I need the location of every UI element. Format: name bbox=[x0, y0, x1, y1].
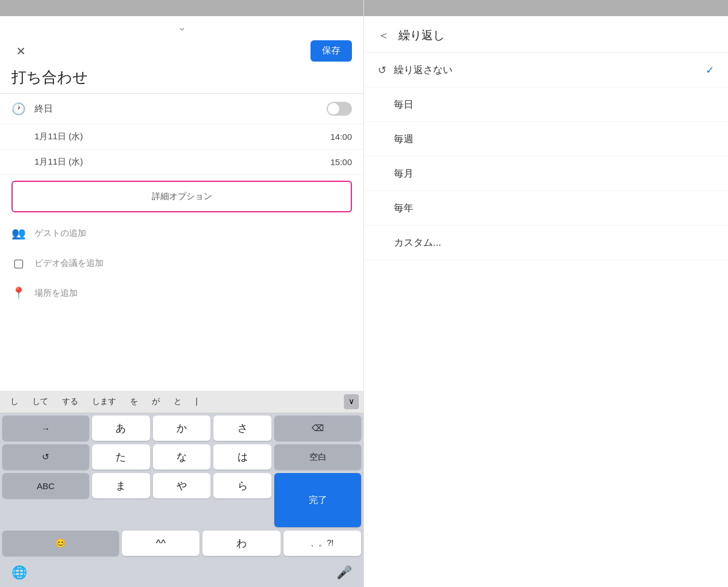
key-wa[interactable]: わ bbox=[202, 531, 280, 556]
guest-add-row[interactable]: 👥 ゲストの追加 bbox=[0, 218, 363, 248]
close-button[interactable]: ✕ bbox=[12, 42, 30, 60]
repeat-option-weekly[interactable]: 毎週 bbox=[364, 122, 728, 157]
all-day-row: 🕐 終日 bbox=[0, 94, 363, 124]
repeat-none-label: 繰り返さない bbox=[394, 63, 706, 77]
video-icon: ▢ bbox=[12, 256, 25, 270]
key-undo[interactable]: ↺ bbox=[2, 444, 89, 470]
autocomplete-pipe[interactable]: | bbox=[190, 394, 204, 409]
autocomplete-shite[interactable]: して bbox=[26, 394, 54, 409]
key-ka[interactable]: か bbox=[153, 416, 211, 441]
autocomplete-suru[interactable]: する bbox=[56, 394, 84, 409]
keyboard-bottom: 🌐 🎤 bbox=[0, 561, 363, 587]
key-emoji[interactable]: 😊 bbox=[2, 531, 119, 556]
form-rows: 🕐 終日 1月11日 (水) 14:00 1月11日 (水) 15:00 詳細オ… bbox=[0, 94, 363, 308]
start-time: 14:00 bbox=[330, 132, 352, 142]
key-kaomoji[interactable]: ^^ bbox=[122, 531, 200, 556]
right-top-bar bbox=[364, 0, 728, 16]
location-add-row[interactable]: 📍 場所を追加 bbox=[0, 278, 363, 308]
key-ma[interactable]: ま bbox=[92, 473, 150, 498]
all-day-toggle[interactable] bbox=[327, 102, 352, 116]
detail-option-label: 詳細オプション bbox=[152, 191, 212, 202]
chevron-down-icon: ⌄ bbox=[178, 21, 186, 33]
mic-button[interactable]: 🎤 bbox=[336, 565, 352, 580]
key-punctuation[interactable]: 、。?! bbox=[283, 531, 361, 556]
globe-button[interactable]: 🌐 bbox=[12, 565, 27, 580]
repeat-weekly-label: 毎週 bbox=[394, 132, 714, 146]
end-date: 1月11日 (水) bbox=[35, 157, 83, 167]
repeat-option-monthly[interactable]: 毎月 bbox=[364, 157, 728, 191]
repeat-yearly-label: 毎年 bbox=[394, 201, 714, 215]
repeat-option-custom[interactable]: カスタム... bbox=[364, 226, 728, 260]
header-row: ✕ 保存 bbox=[0, 36, 363, 68]
repeat-option-daily[interactable]: 毎日 bbox=[364, 87, 728, 122]
key-ha[interactable]: は bbox=[213, 444, 271, 470]
end-date-row[interactable]: 1月11日 (水) 15:00 bbox=[0, 150, 363, 175]
back-button[interactable]: ＜ bbox=[378, 28, 389, 43]
key-row-3: ABC ま や ら 完了 bbox=[2, 473, 361, 527]
all-day-label: 終日 bbox=[35, 103, 317, 115]
autocomplete-wo[interactable]: を bbox=[124, 394, 144, 409]
detail-option-box[interactable]: 詳細オプション bbox=[12, 181, 352, 212]
key-space[interactable]: 空白 bbox=[274, 444, 361, 470]
end-time: 15:00 bbox=[330, 157, 352, 167]
location-add-label: 場所を追加 bbox=[35, 288, 78, 299]
autocomplete-shi[interactable]: し bbox=[5, 394, 24, 409]
repeat-title: 繰り返し bbox=[399, 28, 445, 43]
autocomplete-to[interactable]: と bbox=[168, 394, 187, 409]
repeat-daily-label: 毎日 bbox=[394, 98, 714, 111]
key-row-2: ↺ た な は 空白 bbox=[2, 444, 361, 470]
location-icon: 📍 bbox=[12, 286, 25, 300]
chevron-area: ⌄ bbox=[0, 16, 363, 36]
start-date-row[interactable]: 1月11日 (水) 14:00 bbox=[0, 124, 363, 150]
key-ra[interactable]: ら bbox=[213, 473, 271, 498]
expand-icon[interactable]: ∨ bbox=[344, 394, 359, 409]
key-backspace[interactable]: ⌫ bbox=[274, 416, 361, 441]
repeat-none-icon: ↺ bbox=[378, 64, 394, 77]
key-ta[interactable]: た bbox=[92, 444, 150, 470]
guests-icon: 👥 bbox=[12, 226, 25, 240]
clock-icon: 🕐 bbox=[12, 102, 25, 116]
keyboard: し して する します を が と | ∨ → あ か さ ⌫ ↺ た な bbox=[0, 391, 363, 587]
key-done[interactable]: 完了 bbox=[274, 473, 361, 527]
key-sa[interactable]: さ bbox=[213, 416, 271, 441]
key-na[interactable]: な bbox=[153, 444, 211, 470]
repeat-options: ↺ 繰り返さない ✓ 毎日 毎週 毎月 毎年 カスタム... bbox=[364, 53, 728, 260]
autocomplete-shimasu[interactable]: します bbox=[86, 394, 122, 409]
repeat-option-none[interactable]: ↺ 繰り返さない ✓ bbox=[364, 53, 728, 87]
left-panel: ⌄ ✕ 保存 🕐 終日 1月11日 (水) 14:00 1月11日 (水) 15… bbox=[0, 0, 364, 587]
video-add-label: ビデオ会議を追加 bbox=[35, 258, 104, 269]
key-a[interactable]: あ bbox=[92, 416, 150, 441]
repeat-option-yearly[interactable]: 毎年 bbox=[364, 191, 728, 226]
guest-add-label: ゲストの追加 bbox=[35, 228, 86, 239]
video-add-row[interactable]: ▢ ビデオ会議を追加 bbox=[0, 248, 363, 278]
repeat-custom-label: カスタム... bbox=[394, 236, 714, 249]
right-panel: ＜ 繰り返し ↺ 繰り返さない ✓ 毎日 毎週 毎月 毎年 カスタム... bbox=[364, 0, 728, 587]
key-row-1: → あ か さ ⌫ bbox=[2, 416, 361, 441]
key-ya[interactable]: や bbox=[153, 473, 211, 498]
keyboard-rows: → あ か さ ⌫ ↺ た な は 空白 ABC ま や ら 完了 bbox=[0, 413, 363, 561]
start-date: 1月11日 (水) bbox=[35, 131, 83, 142]
repeat-header: ＜ 繰り返し bbox=[364, 16, 728, 53]
autocomplete-bar: し して する します を が と | ∨ bbox=[0, 391, 363, 413]
key-row-4: 😊 ^^ わ 、。?! bbox=[2, 531, 361, 556]
left-top-bar bbox=[0, 0, 363, 16]
autocomplete-ga[interactable]: が bbox=[146, 394, 166, 409]
key-arrow[interactable]: → bbox=[2, 416, 89, 441]
title-input[interactable] bbox=[12, 68, 352, 86]
check-icon: ✓ bbox=[706, 64, 714, 77]
key-abc[interactable]: ABC bbox=[2, 473, 89, 498]
repeat-monthly-label: 毎月 bbox=[394, 167, 714, 180]
save-button[interactable]: 保存 bbox=[311, 40, 352, 62]
title-area bbox=[0, 68, 363, 94]
